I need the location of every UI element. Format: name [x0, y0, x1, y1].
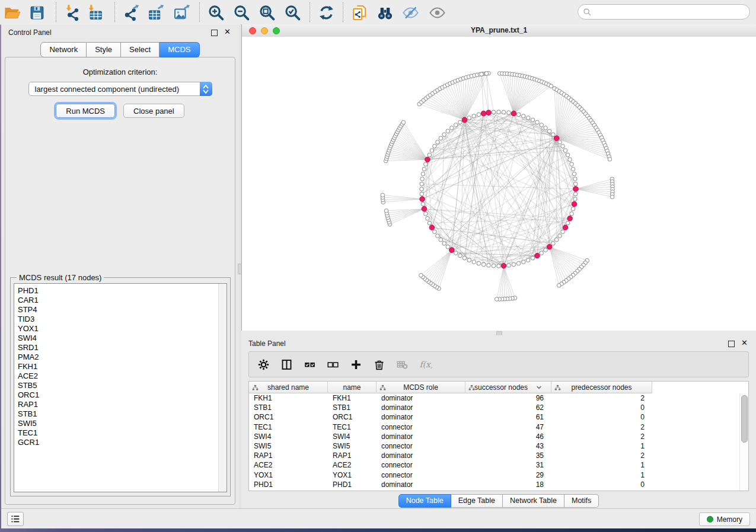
hide-selected-button[interactable]: [400, 3, 420, 22]
table-row[interactable]: SWI5SWI5connector431: [249, 441, 748, 451]
cell-predecessor_nodes[interactable]: 2: [551, 432, 652, 441]
mcds-result-item[interactable]: FKH1: [14, 362, 227, 371]
cell-name[interactable]: FKH1: [328, 393, 377, 403]
tab-mcds[interactable]: MCDS: [160, 42, 199, 57]
cell-name[interactable]: ORC1: [328, 412, 377, 422]
cell-name[interactable]: STB1: [328, 403, 377, 412]
mcds-result-list[interactable]: PHD1CAR1STP4TID3YOX1SWI4SRD1PMA2FKH1ACE2…: [14, 283, 227, 492]
cell-successor_nodes[interactable]: 62: [465, 403, 551, 412]
table-scrollbar[interactable]: [739, 393, 748, 491]
cell-predecessor_nodes[interactable]: 1: [551, 470, 652, 480]
cell-mcds_role[interactable]: dominator: [377, 393, 465, 403]
cell-mcds_role[interactable]: dominator: [377, 412, 465, 422]
column-header-successor-nodes[interactable]: successor nodes: [465, 382, 551, 393]
open-file-button[interactable]: [2, 3, 22, 22]
export-image-button[interactable]: [171, 3, 192, 22]
cell-predecessor_nodes[interactable]: 0: [551, 480, 652, 489]
cell-mcds_role[interactable]: dominator: [377, 451, 465, 460]
cell-successor_nodes[interactable]: 46: [465, 432, 551, 441]
table-row[interactable]: ORC1ORC1dominator610: [249, 412, 748, 422]
close-table-panel-icon[interactable]: ✕: [741, 338, 748, 347]
table-row[interactable]: FKH1FKH1dominator962: [249, 393, 748, 403]
cell-mcds_role[interactable]: dominator: [377, 403, 465, 412]
column-header-name[interactable]: name: [328, 382, 377, 393]
cell-mcds_role[interactable]: connector: [377, 441, 465, 451]
cell-predecessor_nodes[interactable]: 1: [551, 441, 652, 451]
mcds-result-item[interactable]: GCR1: [14, 438, 227, 447]
zoom-out-button[interactable]: [231, 3, 251, 22]
cell-mcds_role[interactable]: dominator: [377, 432, 465, 441]
import-network-button[interactable]: [62, 3, 82, 22]
tab-network[interactable]: Network: [40, 42, 87, 57]
delete-columns-button[interactable]: [372, 357, 386, 371]
table-row[interactable]: YOX1YOX1connector291: [249, 470, 748, 480]
add-column-button[interactable]: [349, 357, 363, 371]
mcds-result-item[interactable]: ORC1: [14, 390, 227, 400]
mcds-result-item[interactable]: PHD1: [14, 284, 227, 296]
table-scrollbar-thumb[interactable]: [741, 395, 748, 443]
mcds-result-item[interactable]: SRD1: [14, 343, 227, 352]
show-all-button[interactable]: [427, 3, 447, 22]
table-row[interactable]: STB1STB1dominator620: [249, 403, 748, 412]
column-header-MCDS-role[interactable]: MCDS role: [377, 382, 465, 393]
close-panel-button[interactable]: Close panel: [123, 104, 184, 118]
column-header-predecessor-nodes[interactable]: predecessor nodes: [551, 382, 652, 393]
mcds-result-item[interactable]: STP4: [14, 305, 227, 315]
zoom-in-button[interactable]: [206, 3, 226, 22]
cell-successor_nodes[interactable]: 96: [465, 393, 551, 403]
tab-node-table[interactable]: Node Table: [398, 494, 451, 508]
cell-successor_nodes[interactable]: 35: [465, 451, 551, 460]
mcds-result-item[interactable]: PMA2: [14, 352, 227, 362]
zoom-selected-button[interactable]: [282, 3, 302, 22]
cell-shared_name[interactable]: STB1: [249, 403, 328, 412]
import-table-button[interactable]: [85, 3, 105, 22]
cell-successor_nodes[interactable]: 18: [465, 480, 551, 489]
cell-mcds_role[interactable]: connector: [377, 460, 465, 470]
cell-name[interactable]: YOX1: [328, 470, 377, 480]
tab-motifs[interactable]: Motifs: [564, 494, 599, 508]
export-table-button[interactable]: [145, 3, 165, 22]
tab-network-table[interactable]: Network Table: [503, 494, 564, 508]
mcds-result-item[interactable]: STB1: [14, 409, 227, 419]
run-mcds-button[interactable]: Run MCDS: [56, 104, 115, 118]
settings-gear-button[interactable]: [256, 357, 270, 371]
cell-mcds_role[interactable]: connector: [377, 422, 465, 432]
mcds-result-item[interactable]: TEC1: [14, 428, 227, 438]
cell-mcds_role[interactable]: connector: [377, 470, 465, 480]
criterion-select[interactable]: largest connected component (undirected): [28, 82, 212, 96]
deselect-all-checkboxes-button[interactable]: [326, 357, 340, 371]
table-row[interactable]: TEC1TEC1connector472: [249, 422, 748, 432]
cell-mcds_role[interactable]: dominator: [377, 480, 465, 489]
cell-predecessor_nodes[interactable]: 2: [551, 393, 652, 403]
float-panel-icon[interactable]: [211, 30, 218, 36]
cell-name[interactable]: PHD1: [328, 480, 377, 489]
network-graph[interactable]: [242, 37, 756, 331]
float-table-panel-icon[interactable]: [728, 341, 735, 347]
cell-name[interactable]: SWI4: [328, 432, 377, 441]
table-row[interactable]: ACE2ACE2connector311: [249, 460, 748, 470]
cell-shared_name[interactable]: TEC1: [249, 422, 328, 432]
tab-edge-table[interactable]: Edge Table: [451, 494, 503, 508]
network-canvas[interactable]: [242, 37, 756, 331]
cell-shared_name[interactable]: ORC1: [249, 412, 328, 422]
cell-successor_nodes[interactable]: 29: [465, 470, 551, 480]
memory-button[interactable]: Memory: [699, 512, 750, 526]
cell-successor_nodes[interactable]: 31: [465, 460, 551, 470]
cell-predecessor_nodes[interactable]: 0: [551, 412, 652, 422]
mcds-result-item[interactable]: CAR1: [14, 296, 227, 305]
panel-menu-button[interactable]: [7, 512, 24, 526]
mcds-result-item[interactable]: STB5: [14, 381, 227, 390]
close-panel-icon[interactable]: ✕: [224, 27, 231, 36]
cell-shared_name[interactable]: FKH1: [249, 393, 328, 403]
cell-name[interactable]: ACE2: [328, 460, 377, 470]
cell-successor_nodes[interactable]: 61: [465, 412, 551, 422]
tab-style[interactable]: Style: [87, 42, 121, 57]
mcds-result-item[interactable]: SWI5: [14, 419, 227, 428]
cell-predecessor_nodes[interactable]: 2: [551, 451, 652, 460]
mcds-result-item[interactable]: YOX1: [14, 324, 227, 334]
search-box[interactable]: [578, 4, 750, 20]
cell-predecessor_nodes[interactable]: 0: [551, 403, 652, 412]
search-input[interactable]: [594, 5, 749, 18]
cell-shared_name[interactable]: SWI5: [249, 441, 328, 451]
select-all-checkboxes-button[interactable]: [302, 357, 317, 371]
